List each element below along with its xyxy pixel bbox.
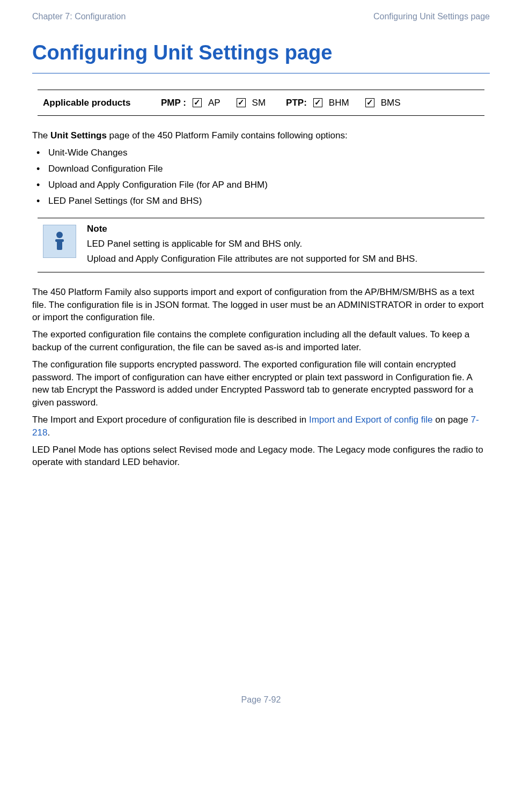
pmp-label: PMP : (161, 97, 186, 109)
p4-suffix: . (47, 427, 50, 438)
title-underline (32, 73, 490, 73)
options-list: Unit-Wide Changes Download Configuration… (32, 146, 490, 207)
page-footer: Page 7-92 (32, 694, 490, 706)
intro-paragraph: The Unit Settings page of the 450 Platfo… (32, 129, 490, 142)
list-item: LED Panel Settings (for SM and BHS) (32, 195, 490, 208)
intro-prefix: The (32, 130, 50, 141)
svg-rect-2 (55, 239, 64, 242)
note-content: Note LED Panel setting is applicable for… (87, 223, 484, 267)
body-paragraph-1: The 450 Platform Family also supports im… (32, 286, 490, 324)
body-paragraph-2: The exported configuration file contains… (32, 328, 490, 354)
product-item-bhm: BHM (313, 97, 349, 109)
note-title: Note (87, 223, 484, 235)
p4-prefix: The Import and Export procedure of confi… (32, 415, 309, 425)
intro-bold: Unit Settings (50, 130, 107, 141)
svg-point-0 (56, 232, 63, 238)
header-right: Configuring Unit Settings page (373, 11, 490, 23)
applicable-products-label: Applicable products (38, 97, 161, 109)
product-item-sm: SM (237, 97, 266, 109)
checkbox-icon (313, 98, 322, 107)
list-item: Upload and Apply Configuration File (for… (32, 179, 490, 191)
note-box: Note LED Panel setting is applicable for… (38, 218, 484, 272)
product-item-ap: AP (193, 97, 220, 109)
body-paragraph-4: The Import and Export procedure of confi… (32, 414, 490, 439)
product-label: SM (252, 97, 266, 109)
product-label: BHM (329, 97, 349, 109)
product-label: BMS (381, 97, 401, 109)
note-icon (43, 225, 76, 258)
checkbox-icon (365, 98, 374, 107)
body-paragraph-5: LED Panel Mode has options select Revise… (32, 444, 490, 469)
product-item-bms: BMS (365, 97, 401, 109)
products-items: PMP : AP SM PTP: BHM BMS (161, 97, 410, 109)
list-item: Unit-Wide Changes (32, 146, 490, 159)
page-header: Chapter 7: Configuration Configuring Uni… (32, 11, 490, 23)
body-paragraph-3: The configuration file supports encrypte… (32, 358, 490, 409)
list-item: Download Configuration File (32, 163, 490, 175)
note-line-1: LED Panel setting is applicable for SM a… (87, 238, 484, 250)
checkbox-icon (237, 98, 246, 107)
page-title: Configuring Unit Settings page (32, 39, 490, 67)
product-label: AP (208, 97, 220, 109)
link-import-export[interactable]: Import and Export of config file (309, 415, 433, 425)
checkbox-icon (193, 98, 202, 107)
note-line-2: Upload and Apply Configuration File attr… (87, 253, 484, 265)
p4-mid: on page (433, 415, 471, 425)
applicable-products-table: Applicable products PMP : AP SM PTP: BHM… (38, 90, 484, 116)
ptp-label: PTP: (286, 97, 307, 109)
header-left: Chapter 7: Configuration (32, 11, 126, 23)
intro-suffix: page of the 450 Platform Family contains… (107, 130, 348, 141)
